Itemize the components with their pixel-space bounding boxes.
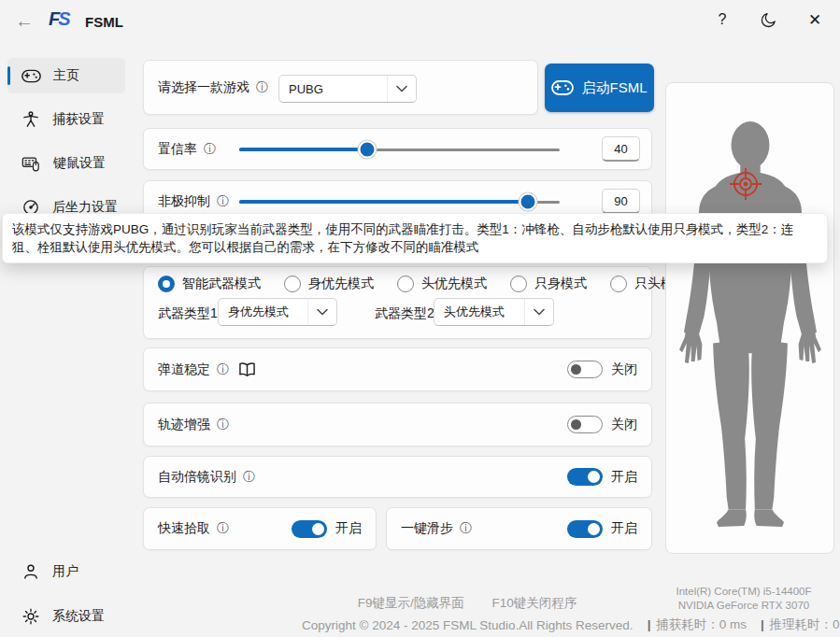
sidebar-item-keymouse[interactable]: 键鼠设置 [7,146,125,181]
slider-thumb[interactable] [519,192,536,210]
sidebar-item-label: 系统设置 [52,608,105,625]
chevron-down-icon [307,299,336,325]
gear-icon [21,607,40,626]
sidebar-item-home[interactable]: 主页 [7,58,125,93]
sidebar-item-user[interactable]: 用户 [7,554,125,589]
app-title: FSML [85,14,123,30]
weapon-type1-label: 武器类型1 [158,305,218,322]
nms-label: 非极抑制 [158,193,210,210]
radio-smart-weapon-mode[interactable]: 智能武器模式 [158,276,261,292]
trajectory-state: 关闭 [611,417,637,433]
info-icon[interactable]: ⓘ [204,141,216,158]
radio-icon [397,276,414,292]
weapon-type2-dropdown[interactable]: 头优先模式 [434,298,554,326]
capture-time: 捕获耗时：0 ms [656,617,747,631]
sidebar-item-label: 用户 [52,563,78,580]
radio-body-only-mode[interactable]: 只身模式 [510,276,587,292]
launch-fsml-button[interactable]: 启动FSML [545,64,654,112]
trajectory-label: 轨迹增强 [158,417,210,433]
radio-icon [610,276,627,292]
info-icon[interactable]: ⓘ [217,193,229,210]
slider-fill [239,200,528,204]
radio-label: 智能武器模式 [182,276,261,292]
weapon-type2-value: 头优先模式 [434,304,524,320]
keyboard-mouse-icon [21,154,41,173]
mode-tooltip: 该模式仅支持游戏PUBG，通过识别玩家当前武器类型，使用不同的武器瞄准打击。类型… [2,213,828,263]
hotkey-hints: F9键显示/隐藏界面 F10键关闭程序 [262,595,673,612]
sidebar-item-label: 捕获设置 [52,111,105,128]
theme-toggle-button[interactable] [753,5,783,35]
launch-fsml-label: 启动FSML [581,79,647,97]
one-key-slide-label: 一键滑步 [401,520,453,537]
gamepad-icon [21,69,41,83]
chevron-down-icon [524,299,553,325]
info-icon[interactable]: ⓘ [460,520,472,537]
sidebar-item-label: 键鼠设置 [53,155,106,172]
footer-status-bar: Copyright © 2024 - 2025 FSML Studio.All … [302,616,840,633]
one-key-slide-state: 开启 [611,520,637,537]
radio-head-first-mode[interactable]: 头优先模式 [397,276,487,292]
nms-value[interactable]: 90 [602,189,640,214]
sidebar-item-system-settings[interactable]: 系统设置 [7,599,125,634]
user-icon [21,562,40,581]
radio-label: 身优先模式 [308,276,374,292]
radio-label: 只身模式 [534,276,587,292]
weapon-type1-value: 身优先模式 [219,304,307,320]
game-select-value: PUBG [279,82,387,96]
radio-label: 头优先模式 [421,276,487,292]
info-icon[interactable]: ⓘ [256,79,268,96]
auto-scope-label: 自动倍镜识别 [158,469,236,486]
radio-icon [284,276,301,292]
active-indicator [7,66,10,85]
aim-mode-card: 智能武器模式 身优先模式 头优先模式 只身模式 只头模式 武器类型1 身优先模式… [143,266,652,339]
confidence-slider[interactable] [239,129,560,169]
info-icon[interactable]: ⓘ [243,469,255,486]
auto-scope-card: 自动倍镜识别 ⓘ 开启 [143,456,652,498]
game-select-card: 请选择一款游戏 ⓘ PUBG [143,60,538,115]
chevron-down-icon [387,76,416,102]
separator: | [761,617,764,631]
sidebar-item-capture[interactable]: 捕获设置 [7,102,125,137]
game-select-dropdown[interactable]: PUBG [278,75,417,103]
aim-target-panel [665,82,834,554]
gamepad-icon [551,80,574,95]
radio-icon [158,276,175,292]
quick-pickup-state: 开启 [335,520,362,537]
ballistic-toggle[interactable] [567,361,603,378]
separator: | [648,617,651,631]
close-button[interactable]: ✕ [800,5,830,35]
info-icon[interactable]: ⓘ [217,361,229,378]
copyright-text: Copyright © 2024 - 2025 FSML Studio.All … [302,618,634,632]
ballistic-card: 弹道稳定 ⓘ 关闭 [143,347,652,391]
inference-time: 推理耗时：0 ms [769,617,840,631]
crosshair-icon [727,165,764,203]
radio-icon [510,276,527,292]
capture-person-icon [21,110,40,129]
one-key-slide-toggle[interactable] [567,520,603,538]
quick-pickup-toggle[interactable] [292,520,327,538]
ballistic-state: 关闭 [611,361,637,378]
radio-body-first-mode[interactable]: 身优先模式 [284,276,374,292]
auto-scope-toggle[interactable] [567,468,603,486]
game-select-label: 请选择一款游戏 [158,79,249,96]
info-icon[interactable]: ⓘ [217,417,229,433]
book-icon[interactable] [238,361,256,377]
moon-icon [760,11,777,29]
trajectory-card: 轨迹增强 ⓘ 关闭 [143,403,652,446]
hotkey-close-hint: F10键关闭程序 [491,596,577,610]
fsml-logo: FS [49,8,69,30]
quick-pickup-card: 快速拾取 ⓘ 开启 [143,507,377,550]
weapon-type1-dropdown[interactable]: 身优先模式 [218,298,337,326]
info-icon[interactable]: ⓘ [217,520,229,537]
confidence-label: 置信率 [158,141,197,158]
trajectory-toggle[interactable] [567,416,603,433]
confidence-value[interactable]: 40 [602,136,640,162]
gpu-info: NVIDIA GeForce RTX 3070 [654,599,833,613]
help-button[interactable]: ? [707,5,737,35]
hardware-info: Intel(R) Core(TM) i5-14400F NVIDIA GeFor… [654,585,833,613]
auto-scope-state: 开启 [611,469,637,486]
hotkey-show-hint: F9键显示/隐藏界面 [358,596,464,610]
slider-thumb[interactable] [359,140,377,158]
weapon-type2-label: 武器类型2 [375,305,434,322]
back-arrow-icon[interactable]: ← [15,10,34,32]
